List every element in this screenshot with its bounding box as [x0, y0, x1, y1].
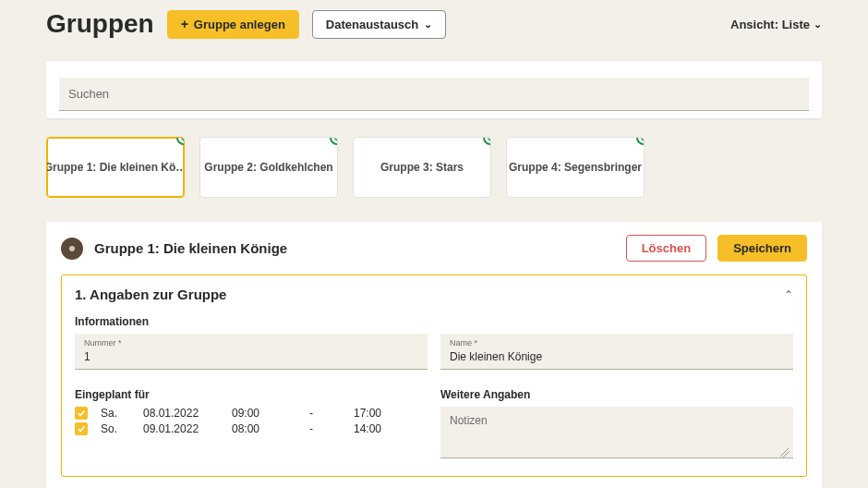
search-panel: [46, 61, 822, 118]
data-exchange-button[interactable]: Datenaustausch ⌄: [312, 10, 446, 39]
plus-icon: +: [181, 18, 188, 30]
delete-button[interactable]: Löschen: [626, 235, 706, 262]
name-field[interactable]: Name * Die kleinen Könige: [440, 334, 793, 370]
page-title: Gruppen: [46, 9, 154, 39]
field-value: Die kleinen Könige: [450, 350, 542, 363]
group-info-section: 1. Angaben zur Gruppe ⌃ Informationen Nu…: [61, 274, 807, 477]
avatar: [61, 238, 83, 260]
group-cards-row: Gruppe 1: Die kleinen Kö… Gruppe 2: Gold…: [46, 137, 822, 198]
nummer-field[interactable]: Nummer * 1: [75, 334, 428, 370]
view-switch[interactable]: Ansicht: Liste ⌄: [730, 18, 822, 31]
check-icon: [636, 137, 645, 145]
create-group-button[interactable]: + Gruppe anlegen: [167, 10, 299, 39]
create-group-label: Gruppe anlegen: [194, 18, 285, 31]
schedule-dash: -: [302, 422, 320, 435]
detail-title: Gruppe 1: Die kleinen Könige: [94, 240, 287, 256]
schedule-row: So. 09.01.2022 08:00 - 14:00: [75, 422, 428, 435]
section-title: 1. Angaben zur Gruppe: [75, 287, 226, 302]
info-heading: Informationen: [75, 315, 793, 328]
field-label: Name *: [450, 338, 784, 348]
schedule-start: 09:00: [232, 407, 296, 420]
schedule-end: 17:00: [326, 407, 381, 420]
group-card[interactable]: Gruppe 1: Die kleinen Kö…: [46, 137, 185, 198]
schedule-date: 08.01.2022: [143, 407, 226, 420]
check-icon: [483, 137, 491, 145]
group-card[interactable]: Gruppe 3: Stars: [353, 137, 491, 198]
group-card-label: Gruppe 3: Stars: [380, 161, 464, 174]
data-exchange-label: Datenaustausch: [326, 18, 418, 31]
notes-textarea[interactable]: [440, 407, 793, 458]
schedule-dash: -: [302, 407, 320, 420]
chevron-down-icon: ⌄: [424, 18, 432, 30]
chevron-up-icon[interactable]: ⌃: [784, 288, 793, 301]
group-card-label: Gruppe 1: Die kleinen Kö…: [46, 161, 185, 174]
schedule-end: 14:00: [326, 422, 381, 435]
search-input[interactable]: [59, 78, 809, 111]
field-value: 1: [84, 350, 90, 363]
save-button[interactable]: Speichern: [717, 235, 807, 262]
schedule-date: 09.01.2022: [143, 422, 226, 435]
check-icon: [330, 137, 338, 145]
group-card-label: Gruppe 2: Goldkehlchen: [204, 161, 332, 174]
weitere-heading: Weitere Angaben: [440, 388, 793, 401]
checkbox[interactable]: [75, 422, 88, 435]
field-label: Nummer *: [84, 338, 418, 348]
chevron-down-icon: ⌄: [814, 18, 822, 30]
schedule-start: 08:00: [232, 422, 296, 435]
schedule-row: Sa. 08.01.2022 09:00 - 17:00: [75, 407, 428, 420]
schedule-day: So.: [101, 422, 138, 435]
check-icon: [176, 137, 185, 145]
checkbox[interactable]: [75, 407, 88, 420]
schedule-day: Sa.: [101, 407, 138, 420]
group-card-label: Gruppe 4: Segensbringer: [509, 161, 642, 174]
detail-panel: Gruppe 1: Die kleinen Könige Löschen Spe…: [46, 222, 822, 488]
eingeplant-heading: Eingeplant für: [75, 388, 428, 401]
group-card[interactable]: Gruppe 2: Goldkehlchen: [199, 137, 338, 198]
view-switch-label: Ansicht: Liste: [730, 18, 810, 31]
group-card[interactable]: Gruppe 4: Segensbringer: [506, 137, 645, 198]
